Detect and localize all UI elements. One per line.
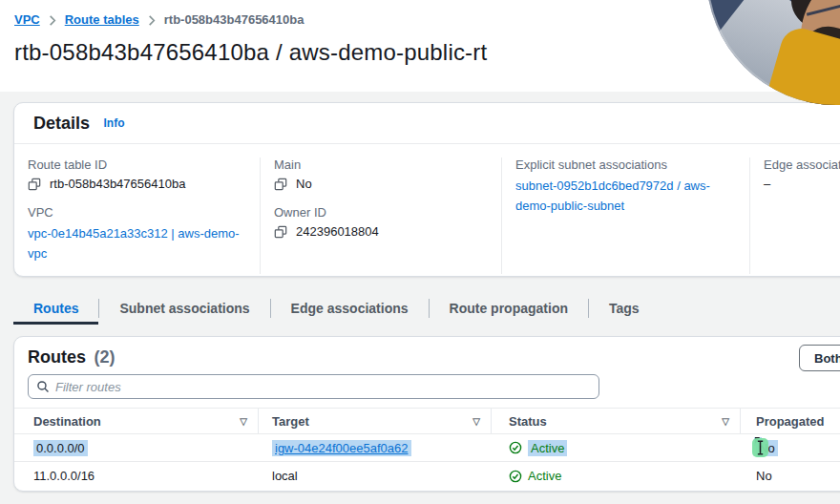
status-value: Active [528, 440, 567, 456]
owner-id-value: 242396018804 [296, 224, 379, 239]
column-label: Propagated [756, 414, 825, 429]
destination-value: 11.0.0.0/16 [33, 469, 94, 483]
check-circle-icon [509, 441, 522, 454]
main-value: No [296, 177, 312, 191]
field-vpc: VPC vpc-0e14b45a21a33c312 | aws-demo-vpc [28, 205, 244, 264]
table-row[interactable]: 0.0.0.0/0 igw-04e24f00ee5af0a62 Active N… [14, 434, 840, 462]
column-header-destination[interactable]: Destination ▽ [14, 409, 259, 433]
breadcrumb-link-vpc[interactable]: VPC [14, 12, 40, 27]
sort-icon[interactable]: ▽ [240, 416, 247, 427]
target-link[interactable]: igw-04e24f00ee5af0a62 [272, 440, 411, 456]
target-value: local [272, 469, 298, 483]
routes-count: (2) [94, 347, 115, 367]
route-table-id-value: rtb-058b43b47656410ba [50, 177, 185, 191]
breadcrumb: VPC Route tables rtb-058b43b47656410ba [14, 12, 825, 27]
filter-routes-input[interactable] [55, 380, 591, 394]
breadcrumb-current: rtb-058b43b47656410ba [164, 12, 304, 27]
routes-title: Routes [28, 347, 86, 367]
routes-table-header: Destination ▽ Target ▽ Status ▽ Propagat… [14, 408, 840, 434]
target-cell: local [259, 462, 492, 490]
details-column-3: Explicit subnet associations subnet-0952… [502, 158, 750, 274]
copy-icon[interactable] [28, 178, 41, 191]
routes-filter [28, 374, 599, 399]
field-label: Owner ID [274, 205, 486, 220]
field-label: Explicit subnet associations [515, 158, 734, 172]
details-card-header: Details Info [14, 103, 840, 144]
tab-bar: Routes Subnet associations Edge associat… [13, 292, 660, 325]
field-route-table-id: Route table ID rtb-058b43b47656410ba [28, 158, 244, 191]
info-link[interactable]: Info [103, 116, 124, 130]
propagated-cell: No [741, 434, 840, 461]
destination-value: 0.0.0.0/0 [33, 440, 88, 456]
page-title: rtb-058b43b47656410ba / aws-demo-public-… [14, 39, 825, 66]
routes-table: Destination ▽ Target ▽ Status ▽ Propagat… [14, 408, 840, 490]
field-label: Route table ID [28, 158, 244, 172]
destination-cell: 0.0.0.0/0 [14, 434, 259, 461]
details-card: Details Info Route table ID rtb-058b43b4… [13, 102, 840, 277]
routes-panel-header: Routes (2) Both [14, 337, 840, 368]
propagated-value: No [756, 469, 772, 483]
field-label: Edge associations [764, 158, 840, 172]
chevron-right-icon [49, 15, 56, 26]
field-label: VPC [28, 205, 244, 220]
search-icon [36, 380, 50, 393]
routes-panel: Routes (2) Both Destination ▽ Target ▽ S… [13, 336, 840, 492]
column-header-target[interactable]: Target ▽ [259, 409, 492, 433]
chevron-right-icon [148, 15, 156, 26]
sort-icon[interactable]: ▽ [722, 416, 729, 427]
edge-associations-value: – [764, 177, 770, 191]
vpc-link[interactable]: vpc-0e14b45a21a33c312 | aws-demo-vpc [28, 226, 240, 261]
details-title: Details [33, 114, 90, 133]
column-header-propagated[interactable]: Propagated [741, 409, 840, 433]
table-row[interactable]: 11.0.0.0/16 local Active No [14, 462, 840, 490]
tab-tags[interactable]: Tags [589, 292, 660, 325]
column-label: Target [272, 414, 309, 429]
tab-subnet-associations[interactable]: Subnet associations [99, 292, 269, 325]
propagated-cell: No [741, 462, 840, 490]
destination-cell: 11.0.0.0/16 [14, 462, 259, 490]
target-cell: igw-04e24f00ee5af0a62 [259, 434, 492, 461]
details-column-4: Edge associations – [750, 158, 840, 274]
column-label: Destination [33, 414, 101, 429]
status-cell: Active [492, 462, 741, 490]
field-explicit-subnet-associations: Explicit subnet associations subnet-0952… [515, 158, 734, 217]
sort-icon[interactable]: ▽ [472, 416, 480, 427]
copy-icon[interactable] [274, 225, 287, 239]
cursor-highlight [752, 438, 768, 457]
field-main: Main No [274, 158, 486, 191]
tab-route-propagation[interactable]: Route propagation [430, 292, 588, 325]
status-value: Active [528, 469, 561, 483]
column-label: Status [509, 414, 547, 429]
status-cell: Active [492, 434, 741, 461]
field-owner-id: Owner ID 242396018804 [274, 205, 486, 239]
details-column-1: Route table ID rtb-058b43b47656410ba VPC… [14, 158, 261, 274]
tab-routes[interactable]: Routes [13, 292, 98, 325]
field-label: Main [274, 158, 486, 172]
column-header-status[interactable]: Status ▽ [492, 409, 741, 433]
tab-edge-associations[interactable]: Edge associations [271, 292, 429, 325]
check-circle-icon [509, 470, 522, 483]
details-body: Route table ID rtb-058b43b47656410ba VPC… [14, 144, 840, 274]
breadcrumb-link-route-tables[interactable]: Route tables [65, 12, 139, 27]
both-filter-button[interactable]: Both [799, 345, 840, 371]
copy-icon[interactable] [274, 178, 287, 191]
field-edge-associations: Edge associations – [764, 158, 840, 191]
subnet-association-link[interactable]: subnet-0952b1dc6bed7972d / aws-demo-publ… [515, 178, 710, 213]
i-beam-cursor-icon [756, 440, 765, 455]
details-column-2: Main No Owner ID 242396018804 [261, 158, 502, 274]
